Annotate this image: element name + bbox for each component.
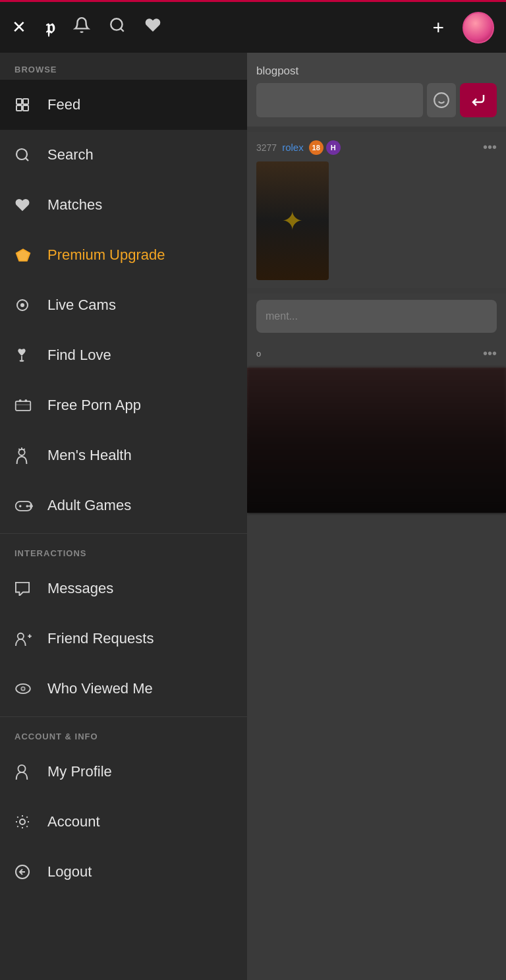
interactions-section-label: Interactions xyxy=(0,536,247,563)
post-username[interactable]: rolex xyxy=(282,142,304,153)
svg-point-6 xyxy=(16,149,27,159)
post-card: 3277 rolex 18 H ••• ✦ xyxy=(247,132,506,288)
logo-icon[interactable]: 𝔭 xyxy=(45,16,55,39)
sidebar-item-friendrequests[interactable]: Friend Requests xyxy=(0,614,247,664)
adultgames-label: Adult Games xyxy=(47,497,131,514)
sidebar-item-myprofile[interactable]: My Profile xyxy=(0,747,247,797)
svg-line-20 xyxy=(18,449,20,450)
badge-h: H xyxy=(326,140,341,155)
post-id: 3277 xyxy=(256,142,277,153)
livecams-icon xyxy=(14,297,38,313)
diamond-icon xyxy=(14,247,38,263)
svg-rect-12 xyxy=(21,356,22,360)
premium-label: Premium Upgrade xyxy=(47,246,165,264)
whoviewedme-icon xyxy=(14,683,38,695)
bottom-image xyxy=(247,368,506,513)
friendrequests-label: Friend Requests xyxy=(47,630,154,647)
svg-point-27 xyxy=(18,633,24,639)
browse-section-label: Browse xyxy=(0,53,247,80)
main-layout: Browse Feed Search xyxy=(0,53,506,980)
add-icon[interactable]: + xyxy=(432,16,444,39)
post-indicator: o xyxy=(256,349,261,359)
post-image: ✦ xyxy=(256,161,329,280)
feed-label: Feed xyxy=(47,96,80,113)
blogpost-bar: blogpost xyxy=(247,53,506,127)
post2-options-button[interactable]: ••• xyxy=(483,346,497,361)
svg-point-18 xyxy=(18,449,24,455)
freeporn-label: Free Porn App xyxy=(47,397,141,414)
menshealth-label: Men's Health xyxy=(47,447,132,464)
sidebar-item-matches[interactable]: Matches xyxy=(0,180,247,230)
close-icon[interactable]: ✕ xyxy=(12,17,26,38)
account-label: Account xyxy=(47,813,100,830)
sidebar-item-premium[interactable]: Premium Upgrade xyxy=(0,230,247,280)
svg-rect-17 xyxy=(16,404,31,405)
svg-point-23 xyxy=(19,505,22,507)
feed-icon xyxy=(14,97,38,113)
avatar[interactable] xyxy=(463,12,494,43)
svg-point-11 xyxy=(20,303,24,307)
emoji-button[interactable] xyxy=(427,83,456,117)
myprofile-icon xyxy=(14,764,38,780)
search-label: Search xyxy=(47,146,94,163)
blogpost-input[interactable] xyxy=(256,83,423,117)
messages-icon xyxy=(14,581,38,596)
livecams-label: Live Cams xyxy=(47,297,116,314)
account-gear-icon xyxy=(14,814,38,830)
svg-rect-5 xyxy=(23,105,28,111)
sidebar-item-feed[interactable]: Feed xyxy=(0,80,247,130)
svg-rect-3 xyxy=(23,99,28,104)
svg-point-13 xyxy=(20,360,24,362)
search-nav-icon xyxy=(14,147,38,163)
findlove-label: Find Love xyxy=(47,347,111,364)
matches-icon xyxy=(14,197,38,213)
svg-line-1 xyxy=(121,28,124,32)
sidebar-item-findlove[interactable]: Find Love xyxy=(0,330,247,380)
svg-rect-4 xyxy=(16,105,22,111)
divider-1 xyxy=(0,533,247,534)
main-content: blogpost xyxy=(247,53,506,980)
sidebar-item-search[interactable]: Search xyxy=(0,130,247,180)
divider-2 xyxy=(0,716,247,717)
sidebar-item-livecams[interactable]: Live Cams xyxy=(0,280,247,330)
logout-label: Logout xyxy=(47,863,92,880)
blogpost-input-row xyxy=(256,83,497,117)
post-options-button[interactable]: ••• xyxy=(483,140,497,155)
svg-rect-2 xyxy=(16,99,22,104)
account-section-label: Account & Info xyxy=(0,720,247,747)
bell-icon[interactable] xyxy=(73,16,90,38)
sidebar-item-messages[interactable]: Messages xyxy=(0,563,247,614)
svg-point-37 xyxy=(434,93,449,107)
post-header: 3277 rolex 18 H ••• xyxy=(256,140,497,155)
svg-line-7 xyxy=(26,158,28,161)
badge-18: 18 xyxy=(309,140,323,155)
sidebar-item-account[interactable]: Account xyxy=(0,797,247,847)
svg-point-33 xyxy=(18,765,25,772)
comment-area: ment... xyxy=(247,293,506,339)
sidebar-item-adultgames[interactable]: Adult Games xyxy=(0,480,247,531)
messages-label: Messages xyxy=(47,580,113,597)
comment-input[interactable]: ment... xyxy=(256,300,497,333)
post-row2: o ••• xyxy=(247,339,506,368)
svg-rect-15 xyxy=(19,399,21,401)
send-button[interactable] xyxy=(460,83,497,117)
sidebar-item-whoviewedme[interactable]: Who Viewed Me xyxy=(0,664,247,714)
sidebar: Browse Feed Search xyxy=(0,53,247,980)
svg-point-0 xyxy=(111,18,122,30)
logout-icon xyxy=(14,864,38,880)
svg-point-34 xyxy=(20,819,25,824)
heart-icon[interactable] xyxy=(144,16,161,38)
sidebar-item-menshealth[interactable]: Men's Health xyxy=(0,430,247,480)
whoviewedme-label: Who Viewed Me xyxy=(47,680,153,697)
menshealth-icon xyxy=(14,447,38,464)
sidebar-item-logout[interactable]: Logout xyxy=(0,847,247,897)
freeporn-icon xyxy=(14,399,38,412)
matches-label: Matches xyxy=(47,196,102,214)
sidebar-item-freeporn[interactable]: Free Porn App xyxy=(0,380,247,430)
findlove-icon xyxy=(14,347,38,363)
svg-point-24 xyxy=(26,505,29,507)
myprofile-label: My Profile xyxy=(47,763,112,780)
svg-line-21 xyxy=(24,449,25,450)
blogpost-title: blogpost xyxy=(256,65,497,78)
search-icon[interactable] xyxy=(109,16,126,38)
